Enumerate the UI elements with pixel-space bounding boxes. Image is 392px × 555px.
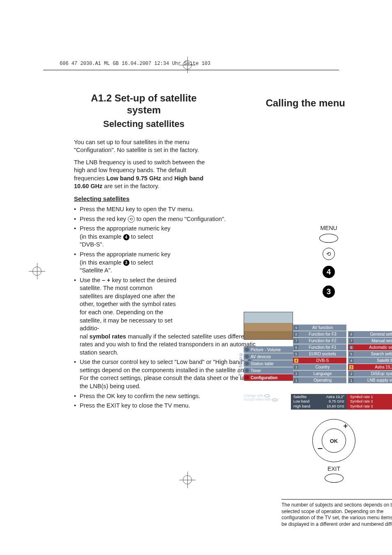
- main-station-table: Station table: [244, 360, 293, 367]
- osd-hint: Change with – + Accept value with OK: [244, 394, 293, 402]
- main-timer: Timer: [244, 367, 293, 374]
- exit-key-icon: [325, 474, 344, 483]
- num-3-large: 3: [323, 286, 335, 298]
- main-configuration: Configuration: [244, 374, 293, 381]
- c2-country: 3Country: [293, 364, 346, 370]
- c2-euro: 5EURO sockets: [293, 351, 346, 357]
- step-low-high-band: Use the cursor control key to select "Lo…: [74, 358, 266, 390]
- num-3-badge: 3: [123, 260, 129, 266]
- footer-note: The number of subjects and sections depe…: [281, 499, 392, 527]
- c2-operating: 1Operating: [293, 377, 346, 383]
- ok-label: OK: [330, 438, 338, 444]
- c3-astra: 3Astra 19,2°: [348, 364, 392, 370]
- remote-diagram-bottom: OK + – EXIT: [304, 419, 364, 488]
- step-select-dvbs: Press the appropriate numeric key (in th…: [74, 225, 171, 249]
- red-key-round-icon: ⟲: [323, 248, 335, 260]
- selecting-satellites-heading: Selecting satellites: [74, 195, 214, 203]
- intro-text: You can set up to four satellites in the…: [74, 138, 214, 410]
- c2-f2: 7Function for F2: [293, 338, 346, 344]
- num-4-large: 4: [323, 266, 335, 278]
- red-key-icon: ⟲: [128, 216, 135, 223]
- c3-lnb-supply: 1LNB supply voltage: [348, 377, 392, 383]
- exit-key-label: EXIT: [304, 465, 364, 472]
- menu-key-label: MENU: [308, 225, 349, 231]
- menu-key-icon: [319, 234, 338, 243]
- tv-menu-vertical-label: TV-Menu: [238, 353, 244, 376]
- c3-search-settings: 5Search settings: [348, 351, 392, 357]
- c2-dvbs: 4DVB-S: [293, 357, 346, 364]
- c3-manual-search: 7Manual search: [348, 338, 392, 344]
- c2-language: 2Language: [293, 371, 346, 377]
- nav-ring-icon: OK + –: [312, 419, 355, 462]
- osd-bottom-left: SatelliteAstra 19,2° Low band9,75 GHz Hi…: [291, 394, 347, 410]
- osd-sub-column-2: 8General settings 7Manual search 6Automa…: [348, 331, 392, 383]
- c3-satellite-b: 4Satellit B: [348, 357, 392, 364]
- registration-mark-left: [29, 263, 45, 279]
- plus-icon: +: [343, 422, 348, 431]
- step-open-menu: Press the MENU key to open the TV menu.: [74, 205, 266, 214]
- main-picture-volume: Picture - Volume: [244, 346, 293, 353]
- c3-auto-search: 6Automatic search: [348, 344, 392, 350]
- registration-mark-bottom: [179, 472, 196, 488]
- c2-f3: 8Function for F3: [293, 331, 346, 337]
- intro-p2: The LNB frequency is used to switch betw…: [74, 159, 214, 191]
- c3-diseqc: 2DiSEqc system: [348, 371, 392, 377]
- step-red-key: Press the red key ⟲ to open the menu "Co…: [74, 215, 266, 223]
- section-title: A1.2 Set-up of satellite system: [74, 92, 214, 116]
- step-select-satellite-plusminus: Use the – + key to select the desired sa…: [74, 276, 214, 357]
- osd-main-column: ★ ★ ★ TV-Menu Picture - Volume AV device…: [244, 312, 293, 381]
- osd-bottom-right: Symbol rate 122000 Symbol rate 227500 Sy…: [347, 394, 392, 410]
- osd-sub-column-1: 9AV function 8Function for F3 7Function …: [293, 324, 346, 383]
- section-subtitle: Selecting satellites: [74, 119, 214, 129]
- calling-title: Calling the menu: [266, 97, 345, 109]
- step-exit: Press the EXIT key to close the TV menu.: [74, 402, 266, 410]
- registration-mark-top: [179, 57, 196, 73]
- main-av-devices: AV devices: [244, 353, 293, 360]
- osd-stars: ★ ★ ★: [244, 341, 293, 346]
- osd-bottom-bar: SatelliteAstra 19,2° Low band9,75 GHz Hi…: [291, 394, 392, 410]
- num-4-badge: 4: [123, 234, 129, 240]
- minus-key-icon: – +: [264, 394, 270, 397]
- osd-preview-image: [244, 312, 293, 340]
- step-ok: Press the OK key to confirm the new sett…: [74, 392, 266, 401]
- c2-f1: 6Function for F1: [293, 344, 346, 350]
- ok-key-icon: OK: [272, 398, 278, 401]
- step-select-satellite-a: Press the appropriate numeric key (in th…: [74, 251, 171, 275]
- remote-diagram-top: MENU ⟲ 4 3: [308, 225, 349, 305]
- minus-icon: –: [318, 443, 323, 454]
- intro-p1: You can set up to four satellites in the…: [74, 138, 214, 154]
- c2-av-function: 9AV function: [293, 325, 346, 331]
- c3-general: 8General settings: [348, 331, 392, 337]
